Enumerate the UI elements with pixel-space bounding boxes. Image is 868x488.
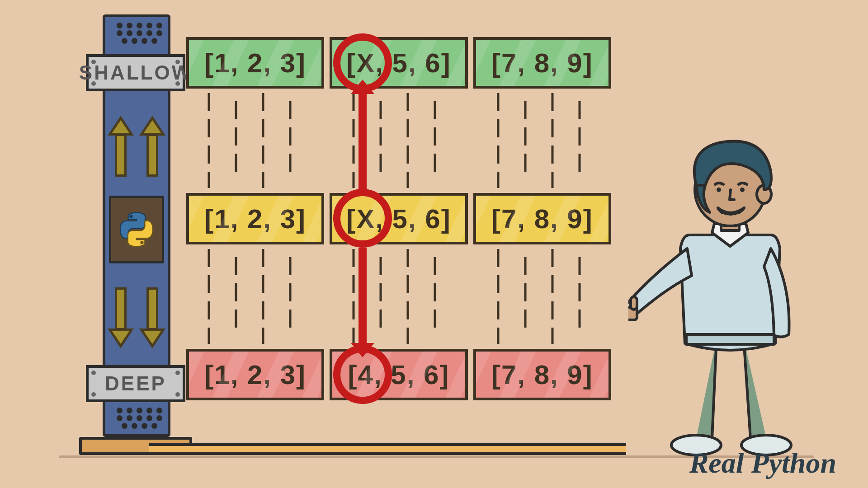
billboard-base bbox=[149, 443, 626, 455]
highlight-circle-original bbox=[333, 189, 392, 248]
character bbox=[628, 122, 818, 461]
brand-logo: Real Python bbox=[689, 446, 836, 480]
arrow-up-icon bbox=[141, 116, 164, 177]
original-row: [1, 2, 3] [X, 5, 6] [7, 8, 9] bbox=[186, 193, 611, 244]
highlight-arrow-up bbox=[359, 92, 367, 189]
tower-arrows-up bbox=[105, 108, 168, 184]
highlight-arrow-down bbox=[359, 248, 367, 345]
shallow-label: SHALLOW bbox=[79, 61, 192, 84]
tower-dots-top bbox=[108, 19, 171, 47]
svg-point-35 bbox=[740, 188, 745, 192]
deep-cell-0: [1, 2, 3] bbox=[186, 349, 324, 400]
deep-plaque: DEEP bbox=[86, 365, 185, 402]
connectors-bottom bbox=[186, 244, 611, 348]
shallow-plaque: SHALLOW bbox=[86, 54, 185, 91]
arrow-down-icon bbox=[141, 287, 164, 348]
original-cell-2: [7, 8, 9] bbox=[473, 193, 611, 244]
shallow-cell-0: [1, 2, 3] bbox=[186, 37, 324, 89]
svg-point-1 bbox=[140, 241, 143, 244]
shallow-row: [1, 2, 3] [X, 5, 6] [7, 8, 9] bbox=[186, 37, 611, 89]
arrow-down-icon bbox=[109, 287, 132, 348]
python-logo-box bbox=[109, 196, 164, 263]
svg-point-0 bbox=[129, 215, 132, 218]
connectors-top bbox=[186, 89, 611, 192]
original-cell-0: [1, 2, 3] bbox=[186, 193, 324, 244]
svg-rect-30 bbox=[631, 297, 637, 310]
deep-cell-2: [7, 8, 9] bbox=[473, 349, 611, 400]
diagram-stage: SHALLOW DEEP [1, 2, 3] [X, 5, 6] [7, 8, … bbox=[0, 0, 868, 488]
deep-label: DEEP bbox=[105, 372, 166, 395]
control-tower: SHALLOW DEEP bbox=[88, 14, 185, 455]
svg-point-34 bbox=[717, 188, 721, 192]
python-logo-icon bbox=[118, 211, 155, 248]
deep-row: [1, 2, 3] [4, 5, 6] [7, 8, 9] bbox=[186, 349, 611, 400]
tower-arrows-down bbox=[105, 279, 168, 356]
arrow-up-icon bbox=[109, 116, 132, 177]
shallow-cell-2: [7, 8, 9] bbox=[473, 37, 611, 89]
tower-dots-bottom bbox=[108, 404, 171, 432]
svg-rect-28 bbox=[686, 334, 774, 344]
data-rows: [1, 2, 3] [X, 5, 6] [7, 8, 9] [1, 2, 3] … bbox=[186, 37, 611, 412]
